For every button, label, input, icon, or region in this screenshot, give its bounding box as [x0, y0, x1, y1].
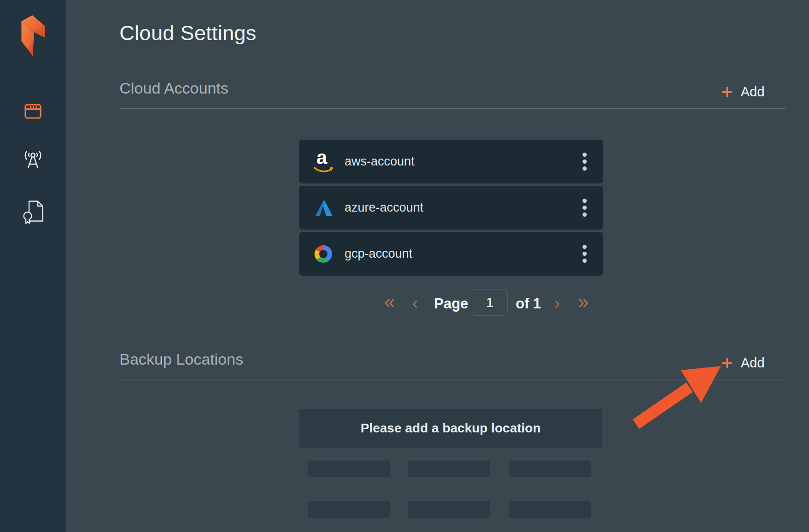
sidebar-item-license[interactable] [0, 200, 66, 224]
section-divider [119, 108, 785, 109]
gcp-icon [315, 243, 333, 265]
account-name: gcp-account [345, 247, 412, 261]
cloud-accounts-heading: Cloud Accounts [119, 79, 228, 97]
add-button-label: Add [741, 355, 765, 371]
antenna-icon [24, 151, 42, 169]
next-page-button[interactable]: › [554, 292, 560, 315]
sidebar [0, 0, 66, 532]
placeholder-bar [308, 461, 390, 477]
first-page-button[interactable]: « [384, 290, 395, 313]
account-menu-kebab-icon[interactable] [577, 241, 592, 267]
cloud-account-list: a aws-account azure-account [299, 140, 603, 278]
account-row-azure[interactable]: azure-account [299, 186, 603, 230]
empty-backup-banner: Please add a backup location [299, 409, 602, 448]
browser-icon [24, 104, 42, 119]
placeholder-bar [408, 501, 490, 518]
account-row-gcp[interactable]: gcp-account [299, 232, 603, 276]
empty-backup-message: Please add a backup location [361, 421, 541, 436]
plus-icon [721, 357, 733, 369]
last-page-button[interactable]: » [578, 290, 589, 313]
account-name: aws-account [345, 154, 415, 169]
pagination: « ‹ Page of 1 › » [378, 289, 600, 318]
cloud-settings-screen: Cloud Settings Cloud Accounts Add a aws-… [0, 0, 809, 532]
license-icon [23, 200, 44, 224]
annotation-arrow-icon [625, 359, 731, 432]
sidebar-item-broadcast[interactable] [0, 151, 66, 169]
page-title: Cloud Settings [119, 21, 256, 45]
portworx-logo-icon [21, 15, 45, 57]
plus-icon [721, 86, 733, 98]
account-row-aws[interactable]: a aws-account [299, 140, 603, 183]
placeholder-bar [308, 501, 390, 518]
page-count-label: of 1 [516, 296, 541, 312]
account-menu-kebab-icon[interactable] [577, 195, 592, 221]
page-label: Page [434, 296, 468, 312]
page-number-input[interactable] [472, 289, 508, 316]
azure-icon [315, 197, 333, 219]
add-cloud-account-button[interactable]: Add [721, 85, 765, 99]
add-button-label: Add [741, 84, 765, 100]
backup-locations-heading: Backup Locations [119, 350, 243, 368]
aws-icon: a [315, 151, 333, 172]
placeholder-bar [408, 461, 490, 477]
placeholder-bar [509, 461, 591, 477]
sidebar-item-cloud-settings[interactable] [0, 104, 66, 119]
section-divider [119, 379, 785, 379]
prev-page-button[interactable]: ‹ [412, 292, 418, 315]
account-name: azure-account [345, 201, 423, 215]
account-menu-kebab-icon[interactable] [577, 149, 592, 175]
placeholder-bar [509, 501, 591, 518]
add-backup-location-button[interactable]: Add [721, 356, 765, 370]
